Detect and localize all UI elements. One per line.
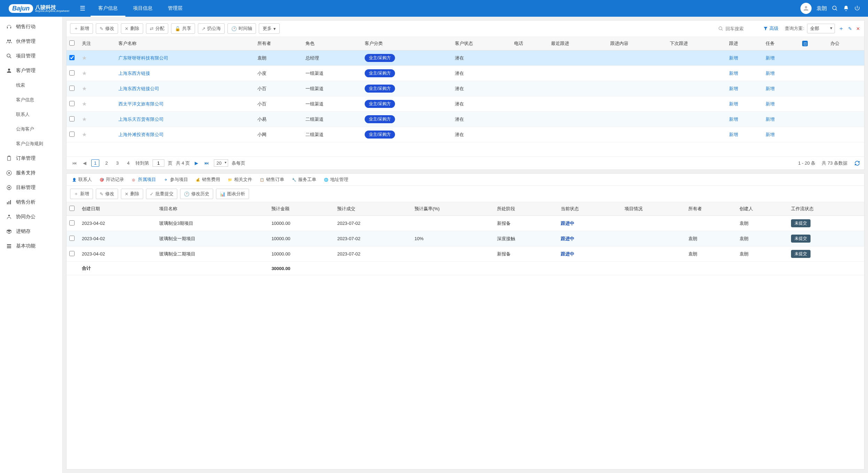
project-row-checkbox[interactable] <box>69 236 75 241</box>
column-header[interactable]: 下次跟进 <box>667 37 726 50</box>
detail-column-header[interactable]: 工作流状态 <box>788 202 864 216</box>
sidebar-item[interactable]: 销售行动 <box>0 19 62 34</box>
power-icon[interactable] <box>854 5 860 11</box>
detail-select-all[interactable] <box>69 206 75 211</box>
detail-column-header[interactable]: 项目情况 <box>622 202 685 216</box>
query-scheme-select[interactable]: 全部 <box>807 24 835 33</box>
column-header[interactable]: 关注 <box>79 37 116 50</box>
page-number[interactable]: 2 <box>103 160 110 166</box>
扔公海-button[interactable]: ↗扔公海 <box>198 23 225 34</box>
column-header[interactable]: 任务 <box>763 37 799 50</box>
column-header[interactable]: 所有者 <box>255 37 303 50</box>
prev-page-button[interactable]: ◀ <box>82 160 88 166</box>
next-page-button[interactable]: ▶ <box>193 160 200 166</box>
more-button[interactable]: 更多 ▾ <box>259 23 280 34</box>
column-header[interactable]: 跟进 <box>726 37 763 50</box>
follow-link[interactable]: 新增 <box>729 86 738 91</box>
修改历史-button[interactable]: 🕐修改历史 <box>180 189 213 199</box>
column-header[interactable]: 电话 <box>511 37 548 50</box>
分配-button[interactable]: ⇄分配 <box>146 23 168 34</box>
follow-link[interactable]: 新增 <box>729 55 738 61</box>
follow-link[interactable]: 新增 <box>729 71 738 76</box>
detail-column-header[interactable]: 项目名称 <box>156 202 269 216</box>
page-size-select[interactable]: 20 <box>214 159 228 167</box>
sidebar-item[interactable]: 进销存 <box>0 224 62 239</box>
sidebar-sub-item[interactable]: 线索 <box>0 78 62 93</box>
detail-tab[interactable]: 📋销售订单 <box>259 176 284 183</box>
detail-tab[interactable]: 👤联系人 <box>71 176 92 183</box>
图表分析-button[interactable]: 📊图表分析 <box>216 189 249 199</box>
task-link[interactable]: 新增 <box>766 55 775 61</box>
project-row[interactable]: 2023-04-02 玻璃制业3期项目 10000.00 2023-07-02 … <box>67 216 864 231</box>
detail-tab[interactable]: 🌐地址管理 <box>323 176 348 183</box>
follow-link[interactable]: 新增 <box>729 101 738 107</box>
detail-column-header[interactable]: 预计成交 <box>334 202 412 216</box>
column-header[interactable]: 办公 <box>828 37 864 50</box>
task-link[interactable]: 新增 <box>766 86 775 91</box>
column-header[interactable]: 客户名称 <box>116 37 254 50</box>
detail-column-header[interactable]: 所有者 <box>685 202 737 216</box>
advanced-filter-link[interactable]: 高级 <box>763 25 778 32</box>
sidebar-sub-item[interactable]: 联系人 <box>0 107 62 122</box>
批量提交-button[interactable]: ✓批量提交 <box>146 189 177 199</box>
sidebar-item[interactable]: 服务支持 <box>0 166 62 180</box>
detail-tab[interactable]: 🎯拜访记录 <box>99 176 124 183</box>
star-icon[interactable]: ★ <box>82 132 87 137</box>
edit-scheme-icon[interactable]: ✎ <box>847 25 853 32</box>
时间轴-button[interactable]: 🕐时间轴 <box>227 23 256 34</box>
menu-toggle-icon[interactable]: ☰ <box>75 5 91 12</box>
sidebar-item[interactable]: 目标管理 <box>0 180 62 195</box>
task-link[interactable]: 新增 <box>766 132 775 137</box>
detail-tab[interactable]: ◎所属项目 <box>131 176 156 183</box>
customer-name-link[interactable]: 上海东西方链接 <box>118 71 150 76</box>
sidebar-item[interactable]: 销售分析 <box>0 195 62 210</box>
star-icon[interactable]: ★ <box>82 86 87 92</box>
detail-tab[interactable]: 🔧服务工单 <box>291 176 316 183</box>
删除-button[interactable]: ✕删除 <box>121 189 143 199</box>
customer-name-link[interactable]: 上海外滩投资有限公司 <box>118 132 164 137</box>
page-number[interactable]: 1 <box>91 159 99 167</box>
sidebar-item[interactable]: 项目管理 <box>0 49 62 63</box>
table-row[interactable]: ★ 广东呀呀呀科技有限公司 袁朗 总经理 业主/采购方 潜在 新增 新增 <box>67 50 864 66</box>
sidebar-sub-item[interactable]: 客户公海规则 <box>0 136 62 151</box>
sidebar-item[interactable]: 伙伴管理 <box>0 34 62 49</box>
bell-icon[interactable] <box>843 5 849 11</box>
修改-button[interactable]: ✎修改 <box>96 23 118 34</box>
task-link[interactable]: 新增 <box>766 101 775 107</box>
last-page-button[interactable]: ⏭ <box>203 160 210 166</box>
新增-button[interactable]: ＋新增 <box>70 23 93 34</box>
sidebar-sub-item[interactable]: 客户信息 <box>0 93 62 107</box>
row-checkbox[interactable] <box>69 116 75 121</box>
detail-column-header[interactable]: 所处阶段 <box>494 202 558 216</box>
customer-table-wrap[interactable]: 关注客户名称所有者角色客户分类客户状态电话最近跟进跟进内容下次跟进跟进任务◫办公… <box>67 37 864 156</box>
project-row[interactable]: 2023-04-02 玻璃制业一期项目 10000.00 2023-07-02 … <box>67 231 864 246</box>
star-icon[interactable]: ★ <box>82 101 87 107</box>
sidebar-item[interactable]: 基本功能 <box>0 239 62 253</box>
column-header[interactable]: 客户状态 <box>452 37 511 50</box>
select-all-checkbox[interactable] <box>69 40 75 46</box>
detail-column-header[interactable]: 创建人 <box>737 202 788 216</box>
avatar[interactable] <box>800 3 812 14</box>
sidebar-item[interactable]: 订单管理 <box>0 151 62 166</box>
first-page-button[interactable]: ⏮ <box>71 160 78 166</box>
column-header[interactable]: 跟进内容 <box>607 37 667 50</box>
新增-button[interactable]: ＋新增 <box>70 189 93 199</box>
sidebar-item[interactable]: 协同办公 <box>0 210 62 224</box>
detail-column-header[interactable]: 创建日期 <box>79 202 156 216</box>
detail-tab[interactable]: 💰销售费用 <box>195 176 220 183</box>
table-row[interactable]: ★ 西太平洋文旅有限公司 小百 一组渠道 业主/采购方 潜在 新增 新增 <box>67 96 864 112</box>
共享-button[interactable]: 🔓共享 <box>171 23 195 34</box>
sidebar-item[interactable]: 客户管理 <box>0 63 62 78</box>
follow-link[interactable]: 新增 <box>729 117 738 122</box>
detail-tab[interactable]: ✈参与项目 <box>163 176 188 183</box>
project-row-checkbox[interactable] <box>69 251 75 256</box>
star-icon[interactable]: ★ <box>82 55 87 61</box>
detail-column-header[interactable]: 预计赢率(%) <box>412 202 494 216</box>
page-number[interactable]: 4 <box>125 160 132 166</box>
project-row[interactable]: 2023-04-02 玻璃制业二期项目 10000.00 2023-07-02 … <box>67 246 864 262</box>
refresh-icon[interactable] <box>854 160 860 166</box>
table-row[interactable]: ★ 上海外滩投资有限公司 小网 二组渠道 业主/采购方 潜在 新增 新增 <box>67 127 864 142</box>
detail-column-header[interactable]: 预计金额 <box>269 202 334 216</box>
customer-name-link[interactable]: 上海东西方链接公司 <box>118 86 159 91</box>
add-scheme-icon[interactable]: ＋ <box>838 24 845 33</box>
